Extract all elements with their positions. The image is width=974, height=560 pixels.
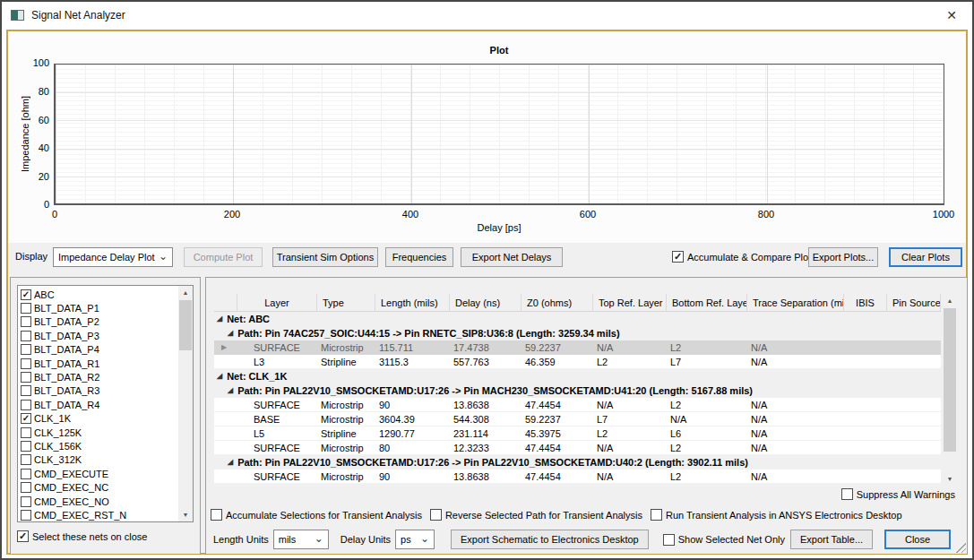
net-checkbox[interactable] bbox=[21, 413, 31, 424]
net-list-item[interactable]: CMD_EXECUTE bbox=[21, 467, 177, 480]
column-header[interactable]: Top Ref. Layer bbox=[593, 294, 667, 311]
table-row[interactable]: SURFACE Microstrip 80 12.3233 47.4454 N/… bbox=[214, 441, 941, 455]
net-list-item[interactable]: CMD_EXEC_NO bbox=[21, 495, 177, 508]
net-list-item[interactable]: BLT_DATA_R2 bbox=[21, 370, 177, 383]
net-checkbox[interactable] bbox=[21, 303, 31, 314]
net-checkbox[interactable] bbox=[21, 496, 31, 507]
scroll-down-icon[interactable]: ▼ bbox=[943, 472, 957, 486]
table-row[interactable]: L5 Stripline 1290.77 231.114 45.3975 L2 … bbox=[214, 426, 941, 441]
expanded-triangle-icon[interactable]: ◢ bbox=[217, 373, 222, 380]
net-list-item[interactable]: BLT_DATA_P1 bbox=[21, 301, 177, 314]
net-checkbox[interactable] bbox=[21, 289, 31, 300]
column-header[interactable]: Layer bbox=[237, 294, 317, 311]
scrollbar-thumb[interactable] bbox=[944, 308, 956, 452]
export-schematic-button[interactable]: Export Schematic to Electronics Desktop bbox=[451, 530, 649, 549]
column-header[interactable]: Z0 (ohms) bbox=[521, 294, 593, 311]
column-header[interactable]: Pin Source bbox=[887, 294, 941, 311]
path-group-row[interactable]: ◢ Path: Pin PAL22V10_SMSOCKETAMD:U17:26 … bbox=[214, 455, 941, 470]
accumulate-selections-option[interactable]: Accumulate Selections for Transient Anal… bbox=[211, 509, 422, 521]
expanded-triangle-icon[interactable]: ◢ bbox=[217, 315, 222, 323]
net-list-item[interactable]: BLT_DATA_R3 bbox=[21, 384, 177, 398]
column-header[interactable]: Delay (ns) bbox=[450, 294, 521, 311]
net-list-item[interactable]: BLT_DATA_R1 bbox=[21, 357, 177, 370]
table-row-selected[interactable]: ▶ SURFACE Microstrip 115.711 17.4738 59.… bbox=[214, 340, 941, 355]
scroll-up-icon[interactable]: ▲ bbox=[943, 294, 957, 307]
net-list-item[interactable]: BLT_DATA_R4 bbox=[21, 398, 177, 411]
export-plots-button[interactable]: Export Plots... bbox=[808, 247, 878, 267]
net-checkbox[interactable] bbox=[21, 510, 31, 521]
expanded-triangle-icon[interactable]: ◢ bbox=[228, 459, 233, 466]
net-group-row[interactable]: ◢ Net: ABC bbox=[214, 312, 941, 326]
suppress-all-warnings-option[interactable]: Suppress All Warnings bbox=[841, 488, 955, 500]
net-list-scrollbar[interactable]: ▲ ▼ bbox=[178, 286, 193, 521]
reverse-selected-path-label: Reverse Selected Path for Transient Anal… bbox=[445, 510, 642, 521]
net-list-item[interactable]: CMD_EXEC_NC bbox=[21, 480, 177, 494]
path-group-row[interactable]: ◢ Path: Pin 74AC257_SOIC:U44:15 -> Pin R… bbox=[214, 326, 941, 340]
frequencies-button[interactable]: Frequencies bbox=[385, 247, 453, 267]
net-checkbox[interactable] bbox=[21, 441, 31, 452]
display-dropdown[interactable]: Impedance Delay Plot ⌄ bbox=[53, 247, 173, 267]
table-row[interactable]: BASE Microstrip 3604.39 544.308 59.2237 … bbox=[214, 412, 941, 426]
net-list-item[interactable]: CLK_125K bbox=[21, 426, 177, 439]
show-selected-net-only-option[interactable]: Show Selected Net Only bbox=[663, 534, 785, 546]
compute-plot-button[interactable]: Compute Plot bbox=[184, 247, 263, 267]
table-scrollbar[interactable]: ▲ ▼ bbox=[943, 294, 957, 486]
run-transient-analysis-checkbox[interactable] bbox=[651, 509, 662, 521]
collapsed-triangle-icon[interactable]: ▶ bbox=[221, 344, 227, 351]
table-row[interactable]: SURFACE Microstrip 90 13.8638 47.4454 N/… bbox=[214, 470, 941, 484]
close-icon[interactable]: ✕ bbox=[931, 2, 972, 29]
accumulate-compare-plots-option[interactable]: Accumulate & Compare Plots bbox=[672, 251, 816, 263]
net-group-label: Net: CLK_1K bbox=[227, 371, 287, 382]
delay-units-dropdown[interactable]: ps ⌄ bbox=[395, 530, 435, 549]
net-checkbox[interactable] bbox=[21, 469, 31, 479]
expanded-triangle-icon[interactable]: ◢ bbox=[228, 330, 233, 337]
table-row[interactable]: L3 Stripline 3115.3 557.763 46.359 L2 L7… bbox=[214, 355, 941, 369]
net-list-item[interactable]: BLT_DATA_P2 bbox=[21, 315, 177, 329]
scrollbar-thumb[interactable] bbox=[179, 300, 192, 350]
net-checkbox[interactable] bbox=[21, 344, 31, 355]
scroll-up-icon[interactable]: ▲ bbox=[178, 286, 193, 299]
net-checkbox[interactable] bbox=[21, 400, 31, 410]
select-nets-on-close-checkbox[interactable] bbox=[17, 530, 29, 542]
cell-top-ref: N/A bbox=[593, 470, 667, 483]
length-units-dropdown[interactable]: mils ⌄ bbox=[273, 530, 329, 549]
net-list-item[interactable]: CLK_312K bbox=[21, 453, 177, 467]
suppress-all-warnings-checkbox[interactable] bbox=[841, 488, 853, 500]
reverse-selected-path-option[interactable]: Reverse Selected Path for Transient Anal… bbox=[430, 509, 642, 521]
net-checkbox[interactable] bbox=[21, 372, 31, 383]
close-button[interactable]: Close bbox=[884, 530, 951, 549]
select-nets-on-close-option[interactable]: Select these nets on close bbox=[17, 530, 147, 542]
column-header[interactable]: Bottom Ref. Layer bbox=[667, 294, 747, 311]
run-transient-analysis-option[interactable]: Run Transient Analysis in ANSYS Electron… bbox=[651, 509, 902, 521]
net-checkbox[interactable] bbox=[21, 454, 31, 465]
accumulate-compare-plots-checkbox[interactable] bbox=[672, 251, 684, 263]
column-header[interactable]: Length (mils) bbox=[375, 294, 450, 311]
net-checkbox[interactable] bbox=[21, 358, 31, 369]
net-checkbox[interactable] bbox=[21, 427, 31, 438]
scroll-down-icon[interactable]: ▼ bbox=[178, 508, 193, 521]
show-selected-net-only-checkbox[interactable] bbox=[663, 534, 675, 546]
column-header[interactable]: Type bbox=[317, 294, 375, 311]
reverse-selected-path-checkbox[interactable] bbox=[430, 509, 442, 521]
net-group-row[interactable]: ◢ Net: CLK_1K bbox=[214, 369, 941, 383]
net-checkbox[interactable] bbox=[21, 316, 31, 327]
net-list-item[interactable]: CLK_156K bbox=[21, 439, 177, 452]
expanded-triangle-icon[interactable]: ◢ bbox=[228, 387, 233, 394]
table-row[interactable]: SURFACE Microstrip 90 13.8638 47.4454 N/… bbox=[214, 398, 941, 412]
accumulate-selections-checkbox[interactable] bbox=[211, 509, 222, 521]
net-list-item[interactable]: ABC bbox=[21, 288, 177, 301]
export-net-delays-button[interactable]: Export Net Delays bbox=[461, 247, 563, 267]
net-checkbox[interactable] bbox=[21, 385, 31, 396]
export-table-button[interactable]: Export Table... bbox=[790, 530, 873, 549]
net-list-item[interactable]: CMD_EXEC_RST_N bbox=[21, 508, 177, 521]
net-checkbox[interactable] bbox=[21, 482, 31, 493]
column-header[interactable]: Trace Separation (mils) bbox=[747, 294, 844, 311]
column-header[interactable]: IBIS bbox=[844, 294, 887, 311]
clear-plots-button[interactable]: Clear Plots bbox=[889, 247, 962, 267]
path-group-row[interactable]: ◢ Path: Pin PAL22V10_SMSOCKETAMD:U17:26 … bbox=[214, 383, 941, 398]
net-checkbox[interactable] bbox=[21, 331, 31, 341]
net-list-item[interactable]: BLT_DATA_P3 bbox=[21, 329, 177, 342]
net-list-item[interactable]: CLK_1K bbox=[21, 412, 177, 426]
net-list-item[interactable]: BLT_DATA_P4 bbox=[21, 343, 177, 357]
transient-sim-options-button[interactable]: Transient Sim Options bbox=[272, 247, 378, 267]
